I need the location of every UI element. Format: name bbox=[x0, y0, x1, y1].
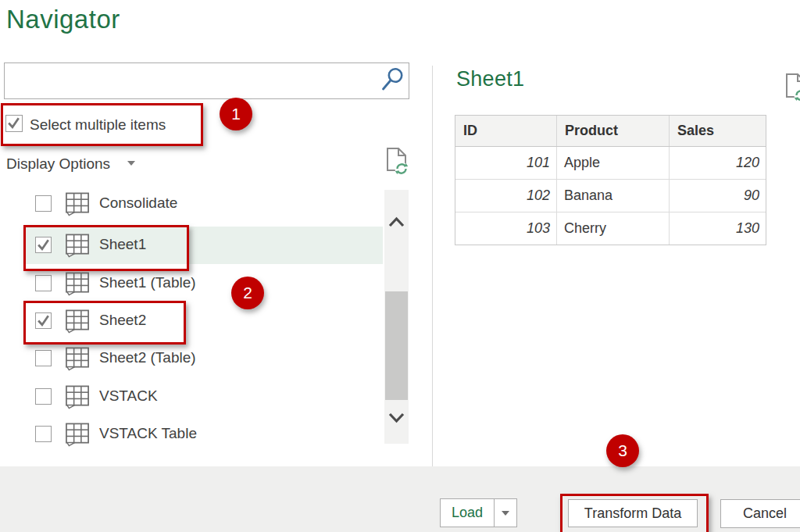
preview-table-header: ID Product Sales bbox=[455, 116, 766, 147]
worksheet-icon bbox=[65, 422, 91, 447]
tree-item-sheet1[interactable]: Sheet1 bbox=[26, 227, 383, 264]
cancel-button[interactable]: Cancel bbox=[720, 499, 800, 528]
refresh-icon[interactable] bbox=[384, 147, 410, 177]
display-options-dropdown[interactable]: Display Options bbox=[6, 155, 135, 173]
cell-id: 101 bbox=[455, 147, 557, 179]
display-options-label: Display Options bbox=[6, 155, 110, 172]
preview-table: ID Product Sales 101 Apple 120 102 Banan… bbox=[455, 115, 766, 245]
scroll-up-button[interactable] bbox=[388, 216, 405, 227]
tree-item-label: VSTACK Table bbox=[99, 425, 197, 442]
transform-data-button[interactable]: Transform Data bbox=[568, 499, 698, 527]
load-dropdown-button[interactable] bbox=[494, 498, 517, 527]
page-title: Navigator bbox=[6, 5, 120, 34]
select-multiple-label: Select multiple items bbox=[30, 116, 166, 134]
worksheet-icon bbox=[65, 233, 91, 258]
scrollbar-thumb[interactable] bbox=[385, 291, 408, 400]
preview-refresh-icon[interactable] bbox=[783, 72, 800, 103]
scroll-down-button[interactable] bbox=[388, 412, 405, 423]
check-icon bbox=[5, 115, 22, 131]
column-header-product: Product bbox=[557, 116, 670, 146]
worksheet-icon bbox=[65, 309, 91, 334]
search-input[interactable] bbox=[4, 62, 409, 99]
cell-id: 102 bbox=[455, 180, 557, 212]
cell-sales: 120 bbox=[670, 147, 766, 179]
tree-item-label: Sheet1 bbox=[99, 236, 146, 253]
tree-item-sheet2[interactable]: Sheet2 bbox=[26, 302, 383, 340]
table-row: 103 Cherry 130 bbox=[455, 212, 766, 245]
annotation-badge-1: 1 bbox=[220, 98, 252, 130]
cell-product: Apple bbox=[557, 147, 670, 179]
tree-item-label: VSTACK bbox=[99, 387, 158, 405]
tree-checkbox[interactable] bbox=[35, 312, 52, 329]
tree-checkbox[interactable] bbox=[35, 195, 52, 212]
search-icon[interactable] bbox=[380, 66, 405, 93]
chevron-down-icon bbox=[127, 161, 135, 166]
select-multiple-checkbox[interactable] bbox=[5, 115, 23, 132]
tree-checkbox[interactable] bbox=[35, 237, 52, 253]
cell-product: Banana bbox=[557, 180, 670, 212]
chevron-down-icon bbox=[502, 511, 509, 516]
table-row: 102 Banana 90 bbox=[455, 180, 766, 212]
navigator-dialog: Navigator Select multiple items 1 Displa… bbox=[0, 0, 800, 532]
worksheet-icon bbox=[65, 384, 91, 409]
panel-divider bbox=[432, 66, 433, 466]
tree-item-sheet2-table[interactable]: Sheet2 (Table) bbox=[26, 340, 383, 377]
cell-sales: 130 bbox=[670, 212, 766, 245]
column-header-sales: Sales bbox=[670, 116, 766, 146]
tree-item-label: Sheet2 bbox=[99, 312, 146, 329]
tree-checkbox[interactable] bbox=[35, 388, 52, 405]
table-row: 101 Apple 120 bbox=[455, 147, 766, 180]
worksheet-icon bbox=[65, 191, 91, 216]
worksheet-icon bbox=[65, 346, 91, 371]
load-button[interactable]: Load bbox=[440, 498, 495, 527]
tree-item-vstack[interactable]: VSTACK bbox=[26, 378, 383, 416]
cell-product: Cherry bbox=[557, 212, 670, 245]
cell-id: 103 bbox=[455, 212, 557, 245]
tree-item-label: Sheet2 (Table) bbox=[99, 349, 196, 366]
preview-title: Sheet1 bbox=[456, 67, 524, 91]
tree-checkbox[interactable] bbox=[35, 350, 52, 366]
tree-item-consolidate[interactable]: Consolidate bbox=[26, 185, 383, 223]
tree-checkbox[interactable] bbox=[35, 275, 52, 291]
tree-item-sheet1-table[interactable]: Sheet1 (Table) bbox=[26, 265, 383, 302]
tree-item-label: Sheet1 (Table) bbox=[99, 274, 196, 291]
column-header-id: ID bbox=[455, 116, 557, 146]
cell-sales: 90 bbox=[670, 180, 766, 212]
annotation-badge-2: 2 bbox=[231, 277, 264, 309]
tree-item-label: Consolidate bbox=[99, 195, 177, 212]
tree-item-vstack-table[interactable]: VSTACK Table bbox=[26, 416, 383, 453]
annotation-badge-3: 3 bbox=[606, 434, 639, 467]
tree-checkbox[interactable] bbox=[35, 426, 52, 442]
worksheet-icon bbox=[65, 271, 91, 296]
